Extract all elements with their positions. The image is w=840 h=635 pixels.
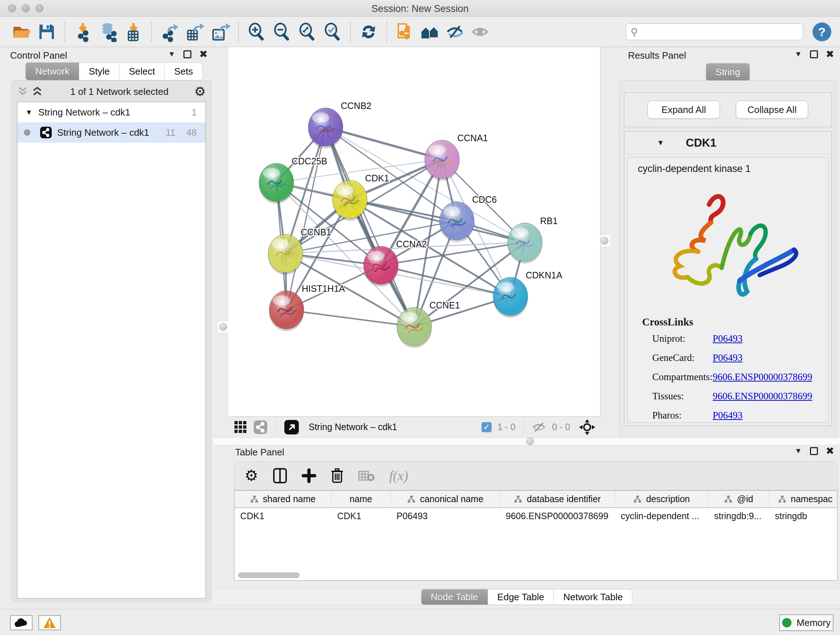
open-folder-button[interactable] bbox=[9, 20, 34, 44]
panel-menu-caret-icon[interactable]: ▼ bbox=[168, 50, 175, 58]
tree-expand-caret-icon[interactable]: ▼ bbox=[25, 108, 33, 117]
add-column-plus-icon[interactable] bbox=[302, 469, 316, 483]
export-network-button[interactable] bbox=[157, 20, 182, 44]
network-collection-row[interactable]: ▼ String Network – cdk1 1 bbox=[17, 102, 205, 122]
network-node-rb1[interactable]: RB1 bbox=[508, 216, 558, 264]
crosslink-link[interactable]: P06493 bbox=[713, 352, 743, 363]
network-edge[interactable] bbox=[286, 127, 325, 310]
table-options-gear-icon[interactable]: ⚙ bbox=[245, 468, 258, 483]
horizontal-splitter[interactable] bbox=[213, 437, 840, 445]
tab-node-table[interactable]: Node Table bbox=[421, 589, 488, 605]
help-button[interactable]: ? bbox=[813, 22, 831, 41]
collapse-all-chevron-icon[interactable] bbox=[32, 86, 44, 97]
column-header-@id[interactable]: @id bbox=[708, 491, 769, 508]
search-box[interactable]: ⚲ bbox=[626, 24, 803, 40]
column-tree-icon bbox=[407, 495, 416, 503]
export-table-button[interactable] bbox=[182, 20, 208, 44]
network-share-icon[interactable] bbox=[253, 420, 268, 434]
network-node-cdkn1a[interactable]: CDKN1A bbox=[493, 270, 562, 318]
memory-button[interactable]: Memory bbox=[779, 614, 834, 631]
panel-float-icon[interactable] bbox=[183, 50, 191, 58]
zoom-fit-button[interactable] bbox=[294, 20, 320, 44]
gene-collapse-caret-icon[interactable]: ▼ bbox=[657, 139, 664, 147]
network-canvas[interactable]: CCNB2 CCNA1 CDC25B CDK1 CDC6 RB1 bbox=[229, 47, 600, 416]
network-edge[interactable] bbox=[325, 127, 414, 326]
column-header-namespac[interactable]: namespac bbox=[769, 491, 837, 508]
results-menu-caret-icon[interactable]: ▼ bbox=[795, 50, 802, 58]
network-node-ccne1[interactable]: CCNE1 bbox=[397, 300, 460, 348]
collapse-all-button[interactable]: Collapse All bbox=[736, 101, 808, 119]
crosslink-link[interactable]: P06493 bbox=[713, 333, 743, 344]
network-node-cdc6[interactable]: CDC6 bbox=[439, 195, 497, 242]
eye-slash-button[interactable] bbox=[443, 20, 468, 44]
column-header-description[interactable]: description bbox=[615, 491, 708, 508]
table-cell: P06493 bbox=[391, 508, 500, 525]
refresh-button[interactable] bbox=[356, 20, 381, 44]
tab-network-table[interactable]: Network Table bbox=[554, 589, 632, 605]
save-floppy-button[interactable] bbox=[34, 20, 59, 44]
show-columns-icon[interactable] bbox=[273, 468, 287, 484]
table-horizontal-scrollbar[interactable] bbox=[238, 572, 300, 578]
network-node-ccnb2[interactable]: CCNB2 bbox=[308, 101, 371, 149]
import-database-icon bbox=[98, 22, 118, 42]
delete-column-trash-icon[interactable] bbox=[331, 468, 344, 484]
network-node-hist1h1a[interactable]: HIST1H1A bbox=[269, 283, 345, 331]
tab-style[interactable]: Style bbox=[79, 62, 119, 80]
grid-view-icon[interactable] bbox=[234, 420, 248, 434]
table-float-icon[interactable] bbox=[810, 447, 818, 455]
double-house-button[interactable] bbox=[417, 20, 443, 44]
tab-sets[interactable]: Sets bbox=[164, 62, 202, 80]
crosslink-row: Compartments: 9606.ENSP00000378699 bbox=[642, 371, 821, 383]
zoom-selected-button[interactable] bbox=[320, 20, 345, 44]
network-node-ccnb1[interactable]: CCNB1 bbox=[268, 227, 332, 275]
export-image-button[interactable] bbox=[208, 20, 233, 44]
expand-all-chevron-icon[interactable] bbox=[17, 86, 30, 97]
document-share-button[interactable] bbox=[392, 20, 417, 44]
network-options-gear-icon[interactable]: ⚙ bbox=[194, 85, 206, 98]
birds-eye-view-icon[interactable] bbox=[284, 420, 299, 435]
table-cell: CDK1 bbox=[234, 508, 332, 525]
function-builder-icon[interactable]: f(x) bbox=[389, 468, 409, 484]
hidden-eye-slash-icon[interactable] bbox=[532, 421, 546, 433]
table-menu-caret-icon[interactable]: ▼ bbox=[795, 447, 802, 455]
fit-crosshair-icon[interactable] bbox=[579, 419, 595, 435]
tab-edge-table[interactable]: Edge Table bbox=[488, 589, 554, 605]
network-edge[interactable] bbox=[325, 127, 442, 159]
selected-checkbox-icon[interactable]: ✓ bbox=[482, 422, 492, 432]
column-tree-icon bbox=[514, 495, 523, 503]
eye-slash-icon bbox=[445, 22, 466, 42]
zoom-out-icon bbox=[272, 22, 292, 42]
tab-network[interactable]: Network bbox=[25, 62, 79, 80]
delete-table-icon[interactable] bbox=[358, 470, 375, 482]
zoom-out-button[interactable] bbox=[269, 20, 294, 44]
expand-all-button[interactable]: Expand All bbox=[647, 101, 720, 119]
crosslink-link[interactable]: 9606.ENSP00000378699 bbox=[713, 371, 812, 383]
table-cell: stringdb:9... bbox=[708, 508, 769, 525]
panel-close-icon[interactable]: ✖ bbox=[199, 50, 208, 58]
results-float-icon[interactable] bbox=[810, 50, 818, 58]
crosslink-link[interactable]: P06493 bbox=[713, 410, 743, 421]
node-table[interactable]: shared namename canonical name database … bbox=[234, 490, 837, 581]
left-splitter-handle[interactable] bbox=[217, 321, 229, 333]
network-row[interactable]: String Network – cdk1 11 48 bbox=[17, 122, 205, 143]
table-close-icon[interactable]: ✖ bbox=[826, 447, 834, 455]
cloud-status-button[interactable] bbox=[10, 615, 33, 630]
column-header-name[interactable]: name bbox=[332, 491, 391, 508]
import-table-arrow-button[interactable] bbox=[121, 20, 146, 44]
zoom-in-button[interactable] bbox=[244, 20, 269, 44]
tab-string[interactable]: String bbox=[706, 63, 750, 81]
results-close-icon[interactable]: ✖ bbox=[826, 50, 834, 58]
crosslink-label: Uniprot: bbox=[642, 333, 713, 344]
column-header-shared-name[interactable]: shared name bbox=[234, 491, 332, 508]
search-input[interactable] bbox=[641, 27, 798, 37]
import-database-button[interactable] bbox=[95, 20, 121, 44]
column-header-database-identifier[interactable]: database identifier bbox=[500, 491, 615, 508]
column-header-canonical-name[interactable]: canonical name bbox=[391, 491, 500, 508]
table-row[interactable]: CDK1CDK1P064939606.ENSP00000378699cyclin… bbox=[234, 508, 837, 525]
crosslink-link[interactable]: 9606.ENSP00000378699 bbox=[713, 391, 812, 402]
network-edge[interactable] bbox=[286, 310, 414, 326]
tab-select[interactable]: Select bbox=[119, 62, 164, 80]
eye-disabled-button[interactable] bbox=[468, 20, 493, 44]
warning-status-button[interactable] bbox=[38, 615, 61, 630]
import-network-arrow-button[interactable] bbox=[70, 20, 95, 44]
